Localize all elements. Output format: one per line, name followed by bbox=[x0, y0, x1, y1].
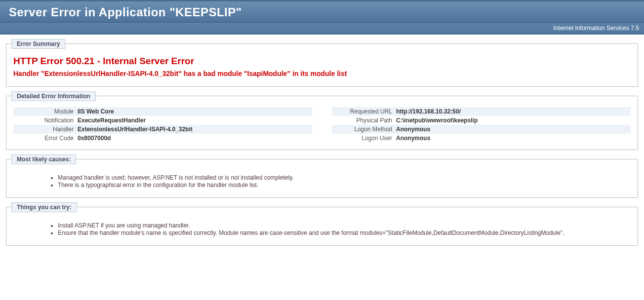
page-title: Server Error in Application "KEEPSLIP" bbox=[9, 5, 635, 19]
detail-value: Anonymous bbox=[396, 126, 631, 133]
detail-row: NotificationExecuteRequestHandler bbox=[13, 116, 312, 125]
detailed-error-legend: Detailed Error Information bbox=[11, 91, 96, 101]
detail-label: Error Code bbox=[13, 135, 78, 142]
causes-legend: Most likely causes: bbox=[11, 154, 76, 164]
things-you-can-try-block: Things you can try: Install ASP.NET if y… bbox=[6, 207, 638, 246]
detail-row: Error Code0x8007000d bbox=[13, 134, 312, 143]
detail-label: Handler bbox=[13, 126, 78, 133]
detail-col-left: ModuleIIS Web Core NotificationExecuteRe… bbox=[13, 107, 312, 143]
causes-list: Managed handler is used; however, ASP.NE… bbox=[13, 174, 631, 188]
detail-value: C:\inetpub\wwwroot\keepslip bbox=[396, 117, 631, 124]
detail-value: Anonymous bbox=[396, 135, 631, 142]
try-legend: Things you can try: bbox=[11, 202, 77, 212]
detail-row: Requested URLhttp://192.168.10.32:50/ bbox=[332, 107, 631, 116]
error-summary-block: Error Summary HTTP Error 500.21 - Intern… bbox=[6, 43, 638, 87]
detail-row: Logon UserAnonymous bbox=[332, 134, 631, 143]
most-likely-causes-block: Most likely causes: Managed handler is u… bbox=[6, 159, 638, 198]
list-item: Install ASP.NET if you are using managed… bbox=[58, 222, 631, 229]
list-item: There is a typographical error in the co… bbox=[58, 182, 631, 188]
try-list: Install ASP.NET if you are using managed… bbox=[13, 222, 631, 236]
detail-label: Requested URL bbox=[332, 108, 396, 115]
iis-version-label: Internet Information Services 7.5 bbox=[554, 25, 639, 32]
detail-value: ExtensionlessUrlHandler-ISAPI-4.0_32bit bbox=[78, 126, 312, 133]
error-summary-legend: Error Summary bbox=[11, 39, 65, 49]
page-header: Server Error in Application "KEEPSLIP" bbox=[0, 0, 644, 23]
detail-value: IIS Web Core bbox=[78, 108, 312, 115]
detail-row: ModuleIIS Web Core bbox=[13, 107, 312, 116]
detail-value: http://192.168.10.32:50/ bbox=[396, 108, 631, 115]
detail-label: Notification bbox=[13, 117, 78, 124]
page-subheader: Internet Information Services 7.5 bbox=[0, 23, 644, 35]
list-item: Managed handler is used; however, ASP.NE… bbox=[58, 174, 631, 181]
detail-row: Physical PathC:\inetpub\wwwroot\keepslip bbox=[332, 116, 631, 125]
list-item: Ensure that the handler module's name is… bbox=[58, 229, 631, 236]
detail-label: Logon User bbox=[332, 135, 396, 142]
detail-columns: ModuleIIS Web Core NotificationExecuteRe… bbox=[13, 107, 631, 143]
detail-col-right: Requested URLhttp://192.168.10.32:50/ Ph… bbox=[332, 107, 631, 143]
http-error-title: HTTP Error 500.21 - Internal Server Erro… bbox=[13, 56, 631, 67]
detail-value: 0x8007000d bbox=[78, 135, 312, 142]
detail-label: Module bbox=[13, 108, 78, 115]
detailed-error-block: Detailed Error Information ModuleIIS Web… bbox=[6, 96, 638, 150]
detail-value: ExecuteRequestHandler bbox=[78, 117, 312, 124]
http-error-subtitle: Handler "ExtensionlessUrlHandler-ISAPI-4… bbox=[13, 70, 631, 77]
detail-row: HandlerExtensionlessUrlHandler-ISAPI-4.0… bbox=[13, 125, 312, 134]
detail-row: Logon MethodAnonymous bbox=[332, 125, 631, 134]
detail-label: Logon Method bbox=[332, 126, 396, 133]
detail-label: Physical Path bbox=[332, 117, 396, 124]
